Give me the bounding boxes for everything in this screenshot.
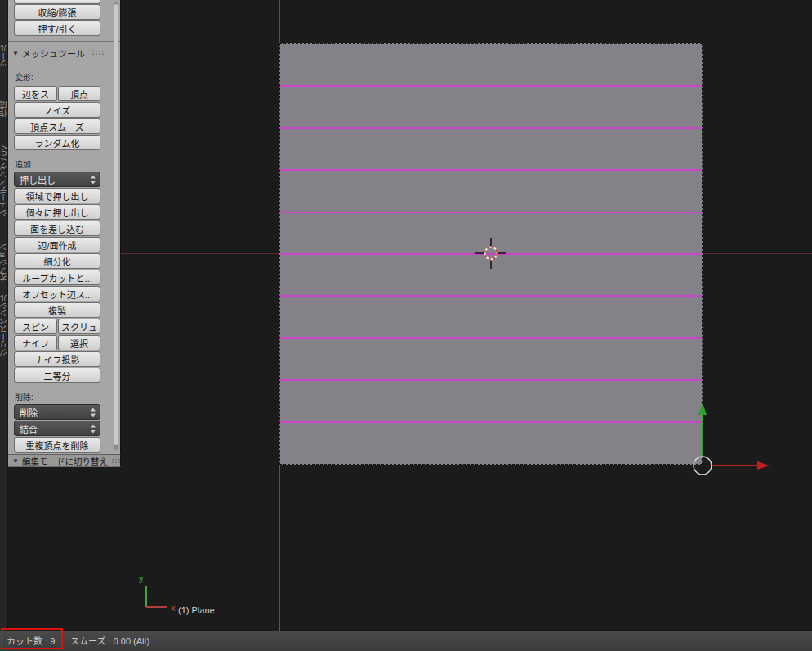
- panel-drag-dots-icon[interactable]: [91, 50, 105, 56]
- loopcut-preview-line: [280, 169, 702, 171]
- duplicate-button[interactable]: 複製: [14, 302, 100, 318]
- panel-separator: [8, 41, 121, 42]
- active-object-info: (1) Plane: [178, 605, 215, 615]
- delete-dropdown[interactable]: 削除: [14, 404, 100, 420]
- scrollbar-thumb[interactable]: [114, 4, 118, 445]
- panel-drag-dots-icon: [111, 458, 120, 464]
- make-edge-face-button[interactable]: 辺/面作成: [14, 237, 100, 252]
- panel-header-label: メッシュツール: [22, 47, 85, 60]
- shelf-tab-options[interactable]: オプション: [0, 243, 8, 283]
- grid-line: [703, 0, 703, 631]
- shelf-tab-tools[interactable]: ツール: [0, 44, 8, 68]
- tool-shelf-scrollbar[interactable]: [114, 2, 118, 450]
- gizmo-x-label: x: [171, 603, 176, 613]
- shelf-tab-create[interactable]: 作成: [0, 101, 8, 117]
- spin-button[interactable]: スピン: [14, 319, 57, 334]
- chevron-up-down-icon: [91, 175, 96, 184]
- shrink-fatten-button[interactable]: 収縮/膨張: [14, 4, 100, 20]
- vertex-smooth-button[interactable]: 頂点スムーズ: [14, 118, 100, 134]
- viewport-3d[interactable]: y x (1) Plane: [121, 0, 812, 631]
- manipulator-x-arrowhead-icon[interactable]: [757, 461, 770, 470]
- shelf-tab-grease-pencil[interactable]: グリースペンシル: [0, 294, 8, 356]
- collapse-triangle-icon: ▼: [12, 457, 19, 465]
- shelf-tab-shading-uv[interactable]: シェーディング / UV: [0, 145, 8, 217]
- viewport-header-bar: カット数 : 9 スムーズ : 0.00 (Alt): [0, 631, 812, 651]
- bisect-button[interactable]: 二等分: [14, 368, 100, 383]
- delete-section-label: 削除:: [15, 390, 33, 403]
- vertex-slide-button[interactable]: 頂点: [58, 86, 100, 101]
- loopcut-preview-line: [280, 337, 702, 339]
- transform-manipulator[interactable]: [662, 395, 776, 477]
- deform-section-label: 変形:: [15, 70, 33, 82]
- merge-dropdown[interactable]: 結合: [14, 421, 100, 436]
- offset-edge-slide-button[interactable]: オフセット辺ス...: [14, 286, 100, 301]
- knife-select-button[interactable]: 選択: [58, 335, 100, 350]
- knife-project-button[interactable]: ナイフ投影: [14, 351, 100, 367]
- merge-dropdown-value: 結合: [20, 422, 38, 435]
- chevron-up-down-icon: [91, 408, 96, 417]
- tool-shelf-panels: 収縮/膨張 押す/引く ▼ メッシュツール 変形: 辺をス 頂点 ノイズ 頂点ス…: [8, 0, 121, 454]
- manipulator-y-arrowhead-icon[interactable]: [698, 403, 707, 415]
- extrude-individual-button[interactable]: 個々に押し出し: [14, 204, 100, 220]
- manipulator-view-circle[interactable]: [694, 457, 712, 475]
- loop-cut-button[interactable]: ループカットと...: [14, 270, 100, 285]
- subdivide-button[interactable]: 細分化: [14, 253, 100, 269]
- delete-dropdown-value: 削除: [20, 406, 38, 419]
- collapse-triangle-icon: ▼: [12, 50, 19, 57]
- extrude-dropdown[interactable]: 押し出し: [14, 172, 100, 187]
- screw-button[interactable]: スクリュ: [58, 319, 100, 334]
- annotation-highlight-box: [1, 628, 63, 649]
- loopcut-preview-line: [280, 127, 702, 129]
- edge-slide-button[interactable]: 辺をス: [14, 86, 57, 101]
- tool-shelf: 収縮/膨張 押す/引く ▼ メッシュツール 変形: 辺をス 頂点 ノイズ 頂点ス…: [8, 0, 121, 631]
- loopcut-preview-line: [280, 212, 702, 213]
- add-section-label: 追加:: [15, 158, 33, 170]
- gizmo-y-label: y: [139, 573, 144, 583]
- tool-shelf-tab-strip: ツール 作成 シェーディング / UV オプション グリースペンシル: [0, 0, 8, 631]
- knife-button[interactable]: ナイフ: [14, 335, 57, 350]
- extrude-dropdown-value: 押し出し: [20, 173, 56, 186]
- loopcut-preview-line: [280, 421, 702, 423]
- loopcut-preview-line: [280, 295, 702, 297]
- blender-window: ツール 作成 シェーディング / UV オプション グリースペンシル 収縮/膨張…: [0, 0, 812, 651]
- edit-mode-panel-label: 編集モードに切り替え: [22, 455, 108, 467]
- loopcut-preview-line: [280, 85, 702, 87]
- edit-mode-panel-header[interactable]: ▼ 編集モードに切り替え: [8, 454, 121, 467]
- smooth-status: スムーズ : 0.00 (Alt): [70, 631, 149, 651]
- extrude-region-button[interactable]: 領域で押し出し: [14, 188, 100, 203]
- push-pull-button[interactable]: 押す/引く: [14, 20, 100, 36]
- inset-faces-button[interactable]: 面を差し込む: [14, 221, 100, 236]
- 3d-cursor: [475, 237, 507, 270]
- remove-doubles-button[interactable]: 重複頂点を削除: [14, 437, 100, 453]
- noise-button[interactable]: ノイズ: [14, 102, 100, 118]
- mesh-tools-panel-header[interactable]: ▼ メッシュツール: [12, 47, 85, 60]
- randomize-button[interactable]: ランダム化: [14, 135, 100, 150]
- loopcut-preview-line: [280, 379, 702, 381]
- chevron-up-down-icon: [91, 424, 96, 433]
